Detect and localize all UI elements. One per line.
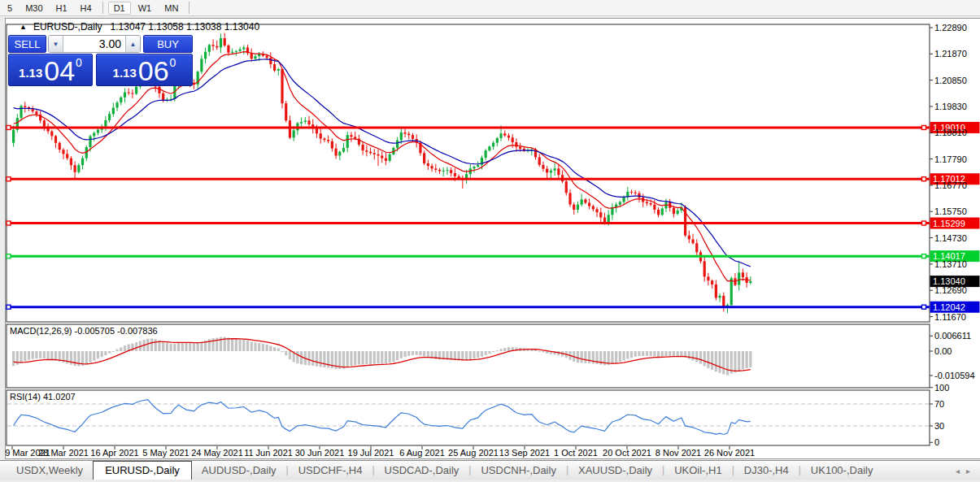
macd-name: MACD(12,26,9) [10,326,72,336]
tab-dj30-h4[interactable]: DJ30-,H4 [734,462,799,480]
svg-text:1.11670: 1.11670 [934,312,966,322]
volume-decrease-button[interactable]: ▼ [49,36,63,52]
svg-text:28 Mar 2021: 28 Mar 2021 [38,448,89,458]
svg-text:1.20850: 1.20850 [934,76,967,85]
rsi-value: 41.0207 [43,392,76,402]
tab-usdchf-h4[interactable]: USDCHF-,H4 [289,462,372,480]
ask-price-pipette: 0 [170,56,176,69]
timeframe-button-mn[interactable]: MN [159,2,184,15]
svg-text:1.12042: 1.12042 [933,302,965,312]
tab-xauusd-daily[interactable]: XAUUSD-,Daily [568,462,662,480]
chart-title: ▲EURUSD-,Daily1.13047 1.13058 1.13038 1.… [20,21,259,33]
svg-text:0.006611: 0.006611 [934,331,971,341]
tab-eurusd-daily[interactable]: EURUSD-,Daily [93,461,192,480]
svg-text:1.21870: 1.21870 [934,49,967,59]
svg-text:11 Jun 2021: 11 Jun 2021 [244,448,293,458]
volume-value[interactable]: 3.00 [63,36,125,52]
bid-price-pips: 04 [44,54,75,87]
timeframe-button-w1[interactable]: W1 [133,2,158,15]
svg-text:8 Nov 2021: 8 Nov 2021 [656,448,701,458]
sell-button[interactable]: SELL [8,35,46,53]
svg-text:100: 100 [934,383,949,393]
tab-audusd-daily[interactable]: AUDUSD-,Daily [192,462,286,480]
timeframe-button-h1[interactable]: H1 [50,2,73,15]
timeframe-button-h4[interactable]: H4 [75,2,98,15]
timeframe-button-d1[interactable]: D1 [108,2,131,15]
volume-increase-button[interactable]: ▲ [125,36,140,52]
one-click-trading-panel: SELL ▼ 3.00 ▲ BUY 1.13 04 0 1.13 06 0 [8,35,193,86]
chart-symbol-label: EURUSD-,Daily [33,21,102,33]
svg-text:1.15750: 1.15750 [934,206,967,216]
rsi-name: RSI(14) [10,392,41,402]
svg-text:13 Sep 2021: 13 Sep 2021 [499,448,550,458]
svg-text:-0.010594: -0.010594 [934,371,975,380]
tab-usdcad-daily[interactable]: USDCAD-,Daily [375,462,469,480]
chart-tab-bar: USDX,WeeklyEURUSD-,DailyAUDUSD-,Daily|US… [0,460,980,480]
svg-text:1.15299: 1.15299 [933,219,965,228]
tab-uk100-daily[interactable]: UK100-,Daily [801,462,883,480]
tab-usdx-weekly[interactable]: USDX,Weekly [7,462,93,480]
macd-values: -0.005705 -0.007836 [74,326,157,336]
svg-text:5 May 2021: 5 May 2021 [142,448,189,458]
chevron-down-icon: ▼ [53,41,59,48]
svg-text:1.22890: 1.22890 [934,23,967,33]
svg-text:0: 0 [934,437,939,447]
chevron-up-icon: ▲ [130,41,137,48]
ask-price-big-figure: 1.13 [113,66,137,80]
svg-text:24 May 2021: 24 May 2021 [191,448,243,458]
bid-price-pipette: 0 [76,56,82,69]
ask-price-pips: 06 [138,54,169,87]
collapse-panel-icon[interactable]: ▲ [20,23,27,31]
ask-price-display[interactable]: 1.13 06 0 [96,54,193,86]
svg-text:19 Jul 2021: 19 Jul 2021 [348,448,394,458]
bid-price-display[interactable]: 1.13 04 0 [8,54,93,86]
svg-text:6 Aug 2021: 6 Aug 2021 [399,448,445,458]
svg-text:30: 30 [934,421,944,431]
toolbar-separator [102,2,103,14]
rsi-indicator-label: RSI(14) 41.0207 [10,392,76,402]
bid-price-big-figure: 1.13 [19,66,42,80]
mt4-screen: 5M30H1H4D1W1MN 1.190101.170121.152991.14… [0,0,980,482]
svg-text:1.17790: 1.17790 [934,154,967,164]
svg-text:1.19830: 1.19830 [934,102,967,111]
timeframe-button-m30[interactable]: M30 [20,2,48,15]
svg-text:70: 70 [934,399,944,409]
svg-text:30 Jun 2021: 30 Jun 2021 [295,448,345,458]
svg-text:1 Oct 2021: 1 Oct 2021 [554,448,598,458]
svg-text:1.13710: 1.13710 [934,259,967,269]
tab-scroll-arrows[interactable]: ◂▸ [956,467,977,475]
chart-ohlc-values: 1.13047 1.13058 1.13038 1.13040 [111,21,260,33]
timeframe-toolbar: 5M30H1H4D1W1MN [0,0,980,16]
svg-text:20 Oct 2021: 20 Oct 2021 [603,448,651,458]
toolbar-separator [189,2,189,14]
buy-button[interactable]: BUY [143,35,193,53]
svg-text:1.18810: 1.18810 [934,128,967,137]
svg-text:1.13040: 1.13040 [933,276,965,286]
volume-stepper: ▼ 3.00 ▲ [48,35,141,53]
svg-text:25 Aug 2021: 25 Aug 2021 [448,448,499,458]
tab-usdcnh-daily[interactable]: USDCNH-,Daily [471,462,565,480]
svg-text:1.16770: 1.16770 [934,180,967,190]
timeframe-button-5[interactable]: 5 [2,2,18,15]
tab-ukoil-h1[interactable]: UKOil-,H1 [664,462,732,480]
svg-text:26 Nov 2021: 26 Nov 2021 [704,448,755,458]
svg-text:16 Apr 2021: 16 Apr 2021 [90,448,138,458]
svg-text:0.00: 0.00 [934,346,952,356]
macd-indicator-label: MACD(12,26,9) -0.005705 -0.007836 [10,326,158,336]
svg-text:1.14730: 1.14730 [934,233,967,243]
